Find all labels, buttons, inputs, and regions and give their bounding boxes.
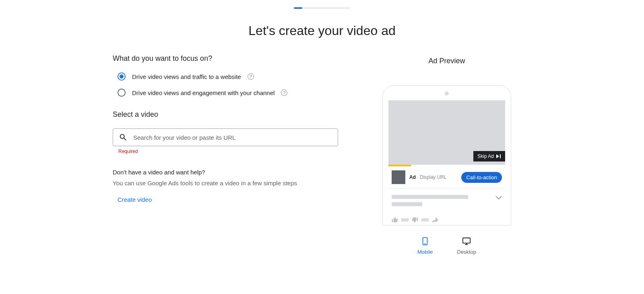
select-video-heading: Select a video <box>113 110 338 119</box>
placeholder-box <box>421 218 429 222</box>
video-search-box[interactable] <box>113 128 338 146</box>
help-icon[interactable]: ? <box>281 89 287 96</box>
placeholder-box <box>401 218 409 222</box>
focus-option-traffic[interactable]: Drive video views and traffic to a websi… <box>113 72 338 81</box>
skip-ad-label: Skip Ad <box>477 153 494 159</box>
radio-button-selected[interactable] <box>118 72 126 81</box>
progress-bar <box>294 7 350 9</box>
svg-rect-2 <box>463 238 470 243</box>
desktop-icon <box>462 237 471 246</box>
progress-bar-fill <box>294 7 302 9</box>
focus-option-engagement[interactable]: Drive video views and engagement with yo… <box>113 89 338 97</box>
page-title: Let's create your video ad <box>0 23 644 38</box>
phone-camera-icon <box>445 91 449 95</box>
thumbs-up-icon <box>392 217 398 223</box>
required-label: Required <box>118 149 338 154</box>
radio-label: Drive video views and engagement with yo… <box>132 89 275 96</box>
preview-title: Ad Preview <box>362 57 531 65</box>
create-video-link[interactable]: Create video <box>113 196 338 203</box>
chevron-down-icon <box>495 196 502 200</box>
preview-tabs: Mobile Desktop <box>362 237 531 255</box>
radio-label: Drive video views and traffic to a websi… <box>132 73 241 80</box>
ad-info-row: Ad · Display URL Call-to-action <box>388 166 505 188</box>
ad-text: Ad · Display URL <box>409 174 457 180</box>
search-icon <box>119 133 128 142</box>
help-icon[interactable]: ? <box>248 73 254 80</box>
search-input[interactable] <box>133 134 332 141</box>
help-heading: Don't have a video and want help? <box>113 169 338 176</box>
skip-ad-button[interactable]: Skip Ad <box>473 151 505 161</box>
ad-thumbnail <box>392 170 405 184</box>
placeholder-line <box>392 195 468 199</box>
tab-desktop[interactable]: Desktop <box>457 237 476 255</box>
skip-forward-icon <box>496 154 501 158</box>
help-text: You can use Google Ads tools to create a… <box>113 180 338 186</box>
thumbs-down-icon <box>412 217 418 223</box>
tab-mobile[interactable]: Mobile <box>417 237 433 255</box>
content-placeholder <box>388 188 505 223</box>
phone-mockup: Skip Ad Ad · Display URL Call-to-action <box>382 85 511 226</box>
mobile-icon <box>421 237 429 246</box>
tab-mobile-label: Mobile <box>417 249 433 255</box>
placeholder-line <box>392 202 422 206</box>
tab-desktop-label: Desktop <box>457 249 476 255</box>
radio-button-unselected[interactable] <box>118 89 126 97</box>
cta-button[interactable]: Call-to-action <box>461 172 502 183</box>
video-placeholder: Skip Ad <box>388 100 505 165</box>
share-icon <box>432 217 438 223</box>
display-url-label: Display URL <box>420 174 447 180</box>
ad-badge: Ad <box>409 174 416 180</box>
focus-heading: What do you want to focus on? <box>113 54 338 63</box>
form-column: What do you want to focus on? Drive vide… <box>113 54 338 255</box>
preview-column: Ad Preview Skip Ad Ad · Display URL <box>362 54 531 255</box>
